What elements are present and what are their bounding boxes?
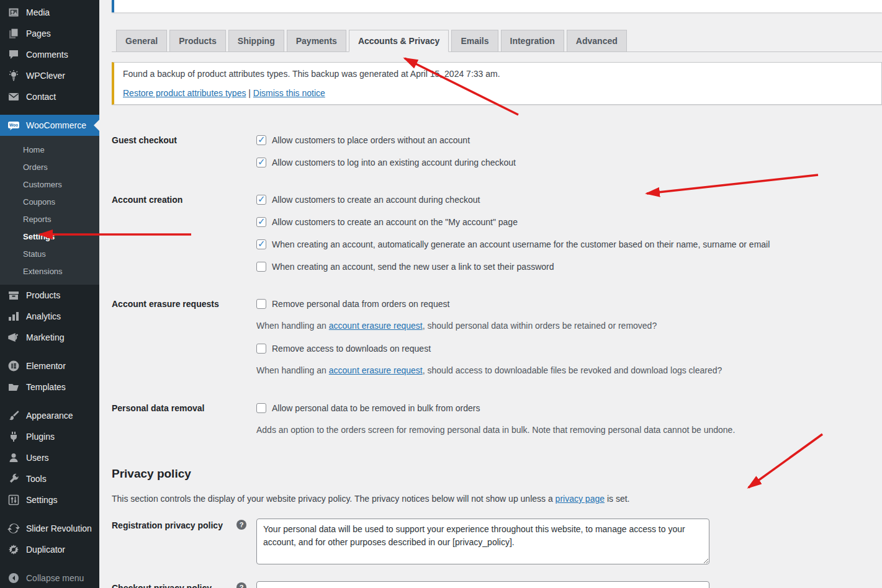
comments-icon: [7, 48, 20, 61]
registration-privacy-policy-textarea[interactable]: Your personal data will be used to suppo…: [256, 519, 709, 564]
settings-sliders-icon: [7, 494, 20, 506]
templates-folder-icon: [7, 381, 20, 393]
option-row: Allow customers to create an account dur…: [256, 193, 882, 207]
help-tip-icon[interactable]: ?: [236, 520, 246, 530]
checkbox-account-my-account-page[interactable]: [256, 217, 266, 227]
checkout-privacy-policy-row: Checkout privacy policy ? Your personal …: [112, 581, 882, 588]
option-row: Allow customers to log into an existing …: [256, 156, 882, 169]
checkbox-remove-personal-data-orders[interactable]: [256, 299, 266, 309]
tab-payments[interactable]: Payments: [287, 30, 346, 52]
sidebar-item-analytics[interactable]: Analytics: [0, 306, 99, 327]
tab-general[interactable]: General: [116, 30, 167, 52]
submenu-item-settings[interactable]: Settings: [0, 228, 99, 245]
account-creation-label: Account creation: [112, 193, 182, 206]
sidebar-item-label: Contact: [26, 92, 56, 102]
woocommerce-icon: Woo: [7, 119, 20, 131]
collapse-menu-button[interactable]: Collapse menu: [0, 568, 99, 588]
account-erasure-request-link[interactable]: account erasure request: [329, 365, 423, 375]
checkbox-orders-without-account[interactable]: [256, 135, 266, 145]
submenu-item-customers[interactable]: Customers: [0, 176, 99, 193]
registration-privacy-policy-label: Registration privacy policy: [112, 519, 223, 532]
pages-icon: [7, 27, 20, 40]
option-row: Allow customers to place orders without …: [256, 133, 882, 147]
submenu-item-coupons[interactable]: Coupons: [0, 193, 99, 210]
menu-separator: [0, 560, 99, 568]
plugins-plug-icon: [7, 430, 20, 443]
account-erasure-request-link[interactable]: account erasure request: [329, 321, 423, 331]
tab-shipping[interactable]: Shipping: [228, 30, 284, 52]
checkbox-account-during-checkout[interactable]: [256, 195, 266, 205]
sidebar-item-label: Settings: [26, 495, 58, 505]
sidebar-item-contact[interactable]: Contact: [0, 86, 99, 107]
menu-separator: [0, 510, 99, 518]
checkbox-remove-download-access[interactable]: [256, 344, 266, 354]
sidebar-item-elementor[interactable]: Elementor: [0, 355, 99, 376]
sidebar-item-plugins[interactable]: Plugins: [0, 426, 99, 447]
sidebar-item-settings[interactable]: Settings: [0, 489, 99, 510]
privacy-page-link[interactable]: privacy page: [556, 494, 605, 504]
svg-text:Woo: Woo: [9, 123, 18, 127]
menu-separator: [0, 398, 99, 405]
option-row: When creating an account, send the new u…: [256, 260, 882, 274]
users-person-icon: [7, 452, 20, 464]
sidebar-item-marketing[interactable]: Marketing: [0, 327, 99, 348]
personal-data-removal-label: Personal data removal: [112, 401, 204, 414]
option-row: Allow customers to create an account on …: [256, 215, 882, 229]
sidebar-item-label: Tools: [26, 474, 47, 484]
checkbox-label: Allow customers to log into an existing …: [272, 156, 516, 169]
tab-accounts-privacy[interactable]: Accounts & Privacy: [349, 30, 449, 52]
dismiss-notice-link[interactable]: Dismiss this notice: [253, 88, 325, 98]
restore-product-attributes-link[interactable]: Restore product attributes types: [123, 88, 246, 98]
account-creation-row: Account creation Allow customers to crea…: [112, 193, 882, 282]
submenu-item-reports[interactable]: Reports: [0, 210, 99, 228]
checkout-privacy-policy-textarea[interactable]: Your personal data will be used to proce…: [256, 581, 709, 588]
accounts-privacy-form: Guest checkout Allow customers to place …: [112, 133, 882, 588]
option-description: When handling an account erasure request…: [256, 364, 882, 376]
menu-separator: [0, 348, 99, 355]
submenu-item-extensions[interactable]: Extensions: [0, 262, 99, 280]
sidebar-item-label: Slider Revolution: [26, 523, 92, 533]
woocommerce-submenu: Home Orders Customers Coupons Reports Se…: [0, 136, 99, 285]
submenu-item-status[interactable]: Status: [0, 245, 99, 262]
sidebar-item-media[interactable]: Media: [0, 2, 99, 23]
sidebar-item-duplicator[interactable]: Duplicator: [0, 539, 99, 560]
sidebar-item-pages[interactable]: Pages: [0, 23, 99, 44]
sidebar-item-label: Templates: [26, 382, 66, 392]
sidebar-item-label: Products: [26, 290, 60, 300]
checkbox-label: Remove access to downloads on request: [272, 342, 431, 355]
sidebar-item-label: Appearance: [26, 411, 73, 421]
sidebar-item-users[interactable]: Users: [0, 447, 99, 468]
tab-integration[interactable]: Integration: [501, 30, 564, 52]
link-separator: |: [248, 88, 251, 98]
submenu-item-home[interactable]: Home: [0, 141, 99, 158]
checkbox-login-during-checkout[interactable]: [256, 158, 266, 167]
collapse-arrow-icon: [7, 572, 20, 584]
sidebar-item-appearance[interactable]: Appearance: [0, 405, 99, 426]
submenu-item-orders[interactable]: Orders: [0, 158, 99, 176]
sidebar-item-label: Plugins: [26, 432, 55, 442]
sidebar-item-templates[interactable]: Templates: [0, 376, 99, 398]
tools-wrench-icon: [7, 473, 20, 485]
sidebar-item-wpclever[interactable]: WPClever: [0, 65, 99, 86]
description-text: When handling an: [256, 321, 329, 331]
sidebar-item-woocommerce[interactable]: Woo WooCommerce: [0, 115, 99, 136]
checkbox-send-password-link[interactable]: [256, 262, 266, 272]
sidebar-item-tools[interactable]: Tools: [0, 468, 99, 489]
checkbox-auto-generate-username[interactable]: [256, 239, 266, 249]
sidebar-item-label: Marketing: [26, 332, 64, 342]
checkbox-label: Remove personal data from orders on requ…: [272, 298, 449, 310]
tab-products[interactable]: Products: [169, 30, 226, 52]
description-text: , should access to downloadable files be…: [423, 365, 722, 375]
sidebar-item-slider-revolution[interactable]: Slider Revolution: [0, 518, 99, 539]
sidebar-item-products[interactable]: Products: [0, 285, 99, 306]
admin-sidebar: Media Pages Comments WPClever Contact: [0, 0, 99, 588]
checkbox-bulk-remove-personal-data[interactable]: [256, 403, 266, 413]
description-text: When handling an: [256, 365, 329, 375]
sidebar-item-comments[interactable]: Comments: [0, 44, 99, 65]
products-box-icon: [7, 289, 20, 301]
sidebar-item-label: Media: [26, 7, 50, 17]
tab-advanced[interactable]: Advanced: [567, 30, 627, 52]
help-tip-icon[interactable]: ?: [236, 582, 246, 588]
slider-revolution-icon: [7, 522, 20, 535]
tab-emails[interactable]: Emails: [451, 30, 498, 52]
